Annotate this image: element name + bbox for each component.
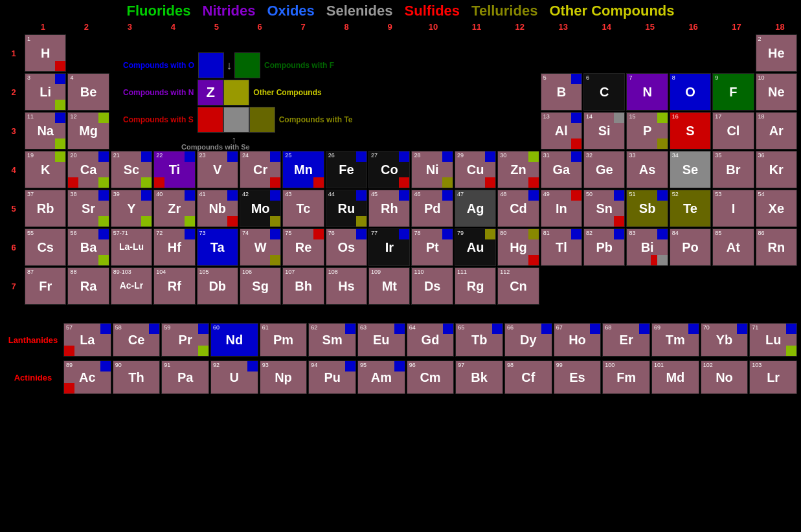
- element-Hf[interactable]: 72 Hf: [153, 228, 195, 266]
- element-Sb[interactable]: 51 Sb: [626, 190, 668, 227]
- element-La-Lu[interactable]: 57-71 La-Lu: [111, 228, 152, 266]
- element-Hg[interactable]: 80 Hg: [497, 228, 539, 266]
- element-No[interactable]: 102 No: [701, 360, 749, 394]
- element-Po[interactable]: 84 Po: [670, 228, 711, 266]
- element-Cn[interactable]: 112 Cn: [497, 267, 539, 305]
- element-Cf[interactable]: 98 Cf: [504, 360, 552, 394]
- element-Gd[interactable]: 64 Gd: [407, 323, 455, 357]
- element-Mn[interactable]: 25 Mn: [282, 151, 324, 188]
- element-S[interactable]: 16 S: [670, 112, 711, 150]
- element-Sm[interactable]: 62 Sm: [308, 323, 356, 357]
- element-Al[interactable]: 13 Al: [541, 112, 582, 150]
- element-Ga[interactable]: 31 Ga: [541, 151, 582, 188]
- element-Md[interactable]: 101 Md: [651, 360, 699, 394]
- element-Bi[interactable]: 83 Bi: [626, 228, 668, 266]
- element-He[interactable]: 2 He: [756, 34, 797, 72]
- element-N[interactable]: 7 N: [626, 73, 668, 111]
- element-Th[interactable]: 90 Th: [113, 360, 161, 394]
- element-Fe[interactable]: 26 Fe: [326, 151, 367, 188]
- element-Xe[interactable]: 54 Xe: [756, 190, 797, 227]
- element-Np[interactable]: 93 Np: [260, 360, 308, 394]
- element-Os[interactable]: 76 Os: [326, 228, 367, 266]
- element-Lu[interactable]: 71 Lu: [749, 323, 797, 357]
- element-Yb[interactable]: 70 Yb: [701, 323, 749, 357]
- element-Au[interactable]: 79 Au: [455, 228, 496, 266]
- element-Pr[interactable]: 59 Pr: [161, 323, 209, 357]
- element-Cs[interactable]: 55 Cs: [25, 228, 66, 266]
- element-Te[interactable]: 52 Te: [670, 190, 711, 227]
- element-Re[interactable]: 75 Re: [282, 228, 324, 266]
- element-Ac-Lr[interactable]: 89-103 Ac-Lr: [111, 267, 152, 305]
- element-Tb[interactable]: 65 Tb: [455, 323, 503, 357]
- element-Na[interactable]: 11 Na: [25, 112, 66, 150]
- element-Ir[interactable]: 77 Ir: [368, 228, 410, 266]
- element-Pd[interactable]: 46 Pd: [411, 190, 453, 227]
- element-Nd[interactable]: 60 Nd: [210, 323, 258, 357]
- element-Pb[interactable]: 82 Pb: [583, 228, 625, 266]
- element-Bh[interactable]: 107 Bh: [282, 267, 324, 305]
- element-Mt[interactable]: 109 Mt: [368, 267, 410, 305]
- element-Ar[interactable]: 18 Ar: [756, 112, 797, 150]
- element-Ac[interactable]: 89 Ac: [63, 360, 111, 394]
- element-Sn[interactable]: 50 Sn: [583, 190, 625, 227]
- element-Pt[interactable]: 78 Pt: [411, 228, 453, 266]
- element-Tm[interactable]: 69 Tm: [651, 323, 699, 357]
- element-Fr[interactable]: 87 Fr: [25, 267, 66, 305]
- element-Eu[interactable]: 63 Eu: [357, 323, 405, 357]
- element-At[interactable]: 85 At: [712, 228, 754, 266]
- element-Kr[interactable]: 36 Kr: [756, 151, 797, 188]
- element-Ni[interactable]: 28 Ni: [411, 151, 453, 188]
- element-Es[interactable]: 99 Es: [554, 360, 602, 394]
- element-K[interactable]: 19 K: [25, 151, 66, 188]
- element-Ta[interactable]: 73 Ta: [197, 228, 238, 266]
- element-Rg[interactable]: 111 Rg: [455, 267, 496, 305]
- element-Y[interactable]: 39 Y: [111, 190, 152, 227]
- element-Ba[interactable]: 56 Ba: [67, 228, 109, 266]
- element-Cd[interactable]: 48 Cd: [497, 190, 539, 227]
- element-Er[interactable]: 68 Er: [602, 323, 650, 357]
- element-Am[interactable]: 95 Am: [357, 360, 405, 394]
- element-Cu[interactable]: 29 Cu: [455, 151, 496, 188]
- element-Se[interactable]: 34 Se: [670, 151, 711, 188]
- element-I[interactable]: 53 I: [712, 190, 754, 227]
- element-In[interactable]: 49 In: [541, 190, 582, 227]
- element-Ne[interactable]: 10 Ne: [756, 73, 797, 111]
- element-W[interactable]: 74 W: [240, 228, 281, 266]
- element-Ti[interactable]: 22 Ti: [153, 151, 195, 188]
- element-Tl[interactable]: 81 Tl: [541, 228, 582, 266]
- element-Hs[interactable]: 108 Hs: [326, 267, 367, 305]
- element-Cl[interactable]: 17 Cl: [712, 112, 754, 150]
- element-Sr[interactable]: 38 Sr: [67, 190, 109, 227]
- element-La[interactable]: 57 La: [63, 323, 111, 357]
- element-Pu[interactable]: 94 Pu: [308, 360, 356, 394]
- element-Mo[interactable]: 42 Mo: [240, 190, 281, 227]
- element-B[interactable]: 5 B: [541, 73, 582, 111]
- element-Zn[interactable]: 30 Zn: [497, 151, 539, 188]
- element-Pa[interactable]: 91 Pa: [161, 360, 209, 394]
- element-As[interactable]: 33 As: [626, 151, 668, 188]
- element-Ru[interactable]: 44 Ru: [326, 190, 367, 227]
- element-Cm[interactable]: 96 Cm: [407, 360, 455, 394]
- element-H[interactable]: 1 H: [25, 34, 66, 72]
- element-Nb[interactable]: 41 Nb: [197, 190, 238, 227]
- element-V[interactable]: 23 V: [197, 151, 238, 188]
- element-Co[interactable]: 27 Co: [368, 151, 410, 188]
- element-Be[interactable]: 4 Be: [67, 73, 109, 111]
- element-Ca[interactable]: 20 Ca: [67, 151, 109, 188]
- element-U[interactable]: 92 U: [210, 360, 258, 394]
- element-Br[interactable]: 35 Br: [712, 151, 754, 188]
- element-Cr[interactable]: 24 Cr: [240, 151, 281, 188]
- element-C[interactable]: 6 C: [583, 73, 625, 111]
- element-Zr[interactable]: 40 Zr: [153, 190, 195, 227]
- element-Fm[interactable]: 100 Fm: [602, 360, 650, 394]
- element-Dy[interactable]: 66 Dy: [504, 323, 552, 357]
- element-Ho[interactable]: 67 Ho: [554, 323, 602, 357]
- element-Tc[interactable]: 43 Tc: [282, 190, 324, 227]
- element-Sc[interactable]: 21 Sc: [111, 151, 152, 188]
- element-Rf[interactable]: 104 Rf: [153, 267, 195, 305]
- element-Ge[interactable]: 32 Ge: [583, 151, 625, 188]
- element-Rh[interactable]: 45 Rh: [368, 190, 410, 227]
- element-Rn[interactable]: 86 Rn: [756, 228, 797, 266]
- element-Ra[interactable]: 88 Ra: [67, 267, 109, 305]
- element-Rb[interactable]: 37 Rb: [25, 190, 66, 227]
